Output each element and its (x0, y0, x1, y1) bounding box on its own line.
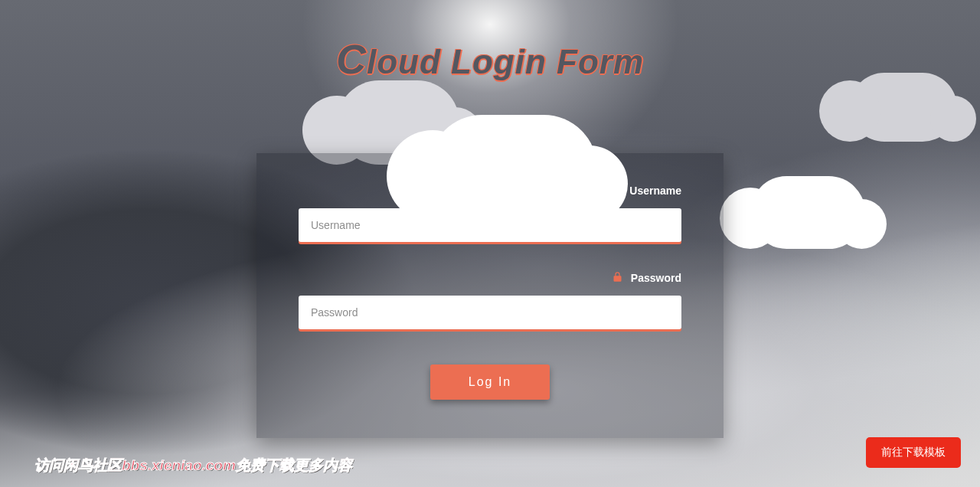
login-button[interactable]: Log In (430, 364, 550, 400)
cloud-decoration (850, 73, 957, 142)
password-label-row: Password (299, 271, 681, 285)
cloud-decoration (750, 176, 865, 249)
page-title: Cloud Login Form (0, 35, 980, 83)
promo-text: 访问闲鸟社区bbs.xieniao.com免费下载更多内容 (34, 456, 352, 476)
download-template-button[interactable]: 前往下载模板 (866, 437, 961, 468)
cloud-decoration (429, 115, 597, 222)
password-input[interactable] (299, 296, 681, 329)
password-label: Password (631, 272, 681, 284)
lock-icon (612, 271, 623, 285)
username-label: Username (629, 185, 681, 197)
